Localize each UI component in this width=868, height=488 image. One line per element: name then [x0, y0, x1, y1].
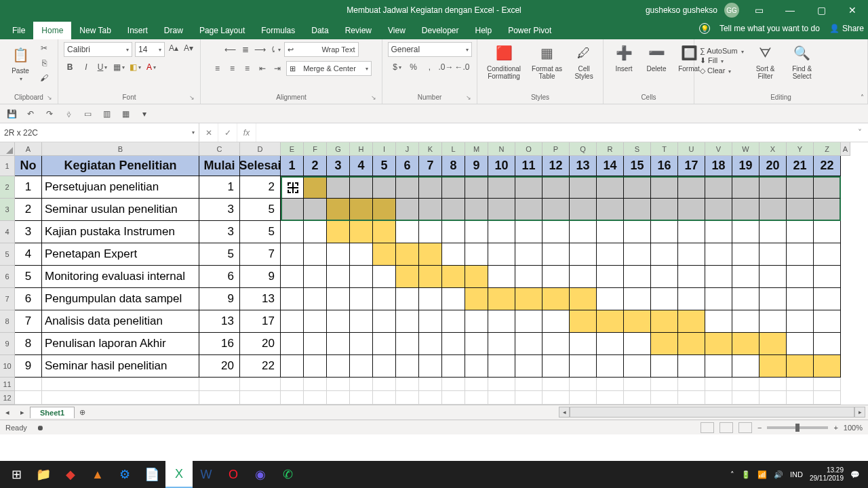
gantt-header-cell[interactable]: 12: [542, 156, 570, 176]
gantt-cell[interactable]: [597, 288, 624, 310]
gantt-cell[interactable]: [760, 266, 787, 288]
gantt-cell[interactable]: [624, 221, 651, 243]
gantt-cell[interactable]: [597, 221, 624, 243]
cell[interactable]: [419, 378, 442, 391]
gantt-cell[interactable]: [350, 221, 373, 243]
tab-home[interactable]: Home: [33, 22, 71, 39]
gantt-cell[interactable]: [281, 199, 304, 221]
volume-icon[interactable]: 🔊: [774, 470, 783, 479]
gantt-cell[interactable]: [515, 288, 542, 310]
gantt-cell[interactable]: [442, 333, 465, 355]
gantt-header-cell[interactable]: 1: [281, 156, 304, 176]
fx-icon[interactable]: fx: [237, 123, 256, 142]
gantt-header-cell[interactable]: 14: [597, 156, 624, 176]
cell[interactable]: [396, 391, 419, 405]
cell[interactable]: [350, 391, 373, 405]
cell[interactable]: 5: [240, 199, 281, 221]
gantt-cell[interactable]: [570, 355, 597, 378]
gantt-cell[interactable]: [787, 310, 814, 333]
column-header[interactable]: A: [15, 142, 42, 156]
gantt-cell[interactable]: [760, 288, 787, 310]
cell[interactable]: 6: [15, 288, 42, 310]
gantt-cell[interactable]: [350, 199, 373, 221]
cell[interactable]: [760, 378, 787, 391]
gantt-cell[interactable]: [651, 266, 678, 288]
gantt-header-cell[interactable]: 19: [732, 156, 760, 176]
gantt-cell[interactable]: [570, 176, 597, 199]
cell[interactable]: [678, 378, 705, 391]
gantt-cell[interactable]: [488, 221, 515, 243]
font-color-icon[interactable]: A▾: [145, 61, 157, 73]
launcher-icon[interactable]: ↘: [466, 94, 471, 101]
header-no[interactable]: No: [15, 156, 42, 176]
gantt-cell[interactable]: [597, 199, 624, 221]
cell[interactable]: 2: [240, 176, 281, 199]
gantt-cell[interactable]: [327, 266, 350, 288]
gantt-cell[interactable]: [814, 333, 841, 355]
gantt-cell[interactable]: [396, 221, 419, 243]
zoom-in-icon[interactable]: +: [833, 424, 837, 432]
ribbon-display-icon[interactable]: ▭: [743, 0, 774, 20]
gantt-cell[interactable]: [678, 243, 705, 266]
gantt-cell[interactable]: [787, 355, 814, 378]
column-header[interactable]: R: [597, 142, 624, 156]
gantt-cell[interactable]: [281, 355, 304, 378]
collapse-ribbon-icon[interactable]: ˄: [861, 94, 864, 101]
bold-icon[interactable]: B: [64, 61, 76, 73]
cell[interactable]: 6: [199, 266, 240, 288]
gantt-header-cell[interactable]: 21: [787, 156, 814, 176]
gantt-cell[interactable]: [465, 355, 488, 378]
column-header[interactable]: J: [396, 142, 419, 156]
underline-icon[interactable]: U▾: [96, 61, 108, 73]
tab-review[interactable]: Review: [337, 22, 380, 39]
font-name-select[interactable]: Calibri▾: [64, 42, 132, 57]
gantt-cell[interactable]: [787, 243, 814, 266]
cell[interactable]: [327, 391, 350, 405]
gantt-cell[interactable]: [304, 355, 327, 378]
opera-icon[interactable]: O: [220, 461, 247, 488]
cell[interactable]: 16: [199, 333, 240, 355]
cell[interactable]: 5: [15, 266, 42, 288]
zoom-level[interactable]: 100%: [844, 424, 863, 432]
gantt-header-cell[interactable]: 4: [350, 156, 373, 176]
align-bot-icon[interactable]: ⟶: [254, 43, 267, 56]
tab-pagelayout[interactable]: Page Layout: [191, 22, 253, 39]
find-select-button[interactable]: 🔍Find & Select: [787, 42, 817, 80]
cut-icon[interactable]: ✂: [38, 42, 50, 54]
gantt-cell[interactable]: [542, 199, 570, 221]
gantt-cell[interactable]: [442, 176, 465, 199]
fill-button[interactable]: ⬇ Fill ▾: [700, 56, 744, 65]
italic-icon[interactable]: I: [80, 61, 92, 73]
gantt-cell[interactable]: [304, 176, 327, 199]
gantt-header-cell[interactable]: 8: [442, 156, 465, 176]
column-header[interactable]: T: [651, 142, 678, 156]
gantt-cell[interactable]: [542, 221, 570, 243]
gantt-cell[interactable]: [373, 310, 396, 333]
comma-icon[interactable]: ,: [424, 61, 436, 73]
cell[interactable]: [396, 378, 419, 391]
tab-nav-next-icon[interactable]: ▸: [15, 408, 30, 417]
cell[interactable]: [240, 378, 281, 391]
cell[interactable]: [42, 378, 199, 391]
gantt-header-cell[interactable]: 5: [373, 156, 396, 176]
gantt-cell[interactable]: [732, 310, 760, 333]
gantt-cell[interactable]: [570, 243, 597, 266]
gantt-cell[interactable]: [624, 333, 651, 355]
vlc-icon[interactable]: ▲: [84, 461, 111, 488]
gantt-cell[interactable]: [350, 355, 373, 378]
gantt-header-cell[interactable]: 16: [651, 156, 678, 176]
gantt-header-cell[interactable]: 7: [419, 156, 442, 176]
gantt-cell[interactable]: [705, 310, 732, 333]
user-avatar[interactable]: GG: [724, 3, 739, 18]
cell[interactable]: 5: [199, 243, 240, 266]
gantt-cell[interactable]: [304, 333, 327, 355]
page-break-view-icon[interactable]: [738, 422, 752, 433]
spreadsheet-grid[interactable]: 1 23456789101112 ABCDEFGHIJKLMNOPQRSTUVW…: [0, 142, 868, 405]
delete-button[interactable]: ➖Delete: [642, 42, 671, 73]
gantt-cell[interactable]: [624, 199, 651, 221]
tab-data[interactable]: Data: [303, 22, 336, 39]
column-header[interactable]: Z: [814, 142, 841, 156]
tab-file[interactable]: File: [4, 22, 33, 39]
gantt-cell[interactable]: [373, 288, 396, 310]
horizontal-scrollbar[interactable]: ◂▸: [559, 407, 865, 418]
